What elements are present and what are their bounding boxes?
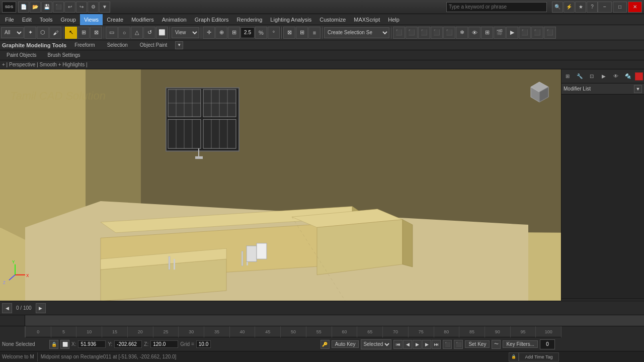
select-icon[interactable]: ⬜	[60, 340, 69, 349]
dropdown-icon[interactable]: ▼	[99, 2, 110, 13]
paint-select[interactable]: 🖌	[49, 27, 61, 39]
layer-btn[interactable]: ⬛	[393, 27, 405, 39]
menu-views[interactable]: Views	[80, 14, 103, 25]
numeric-field[interactable]: 2.5	[240, 27, 255, 38]
menu-graph-editors[interactable]: Graph Editors	[191, 14, 233, 25]
timeline-next-btn[interactable]: ▶	[36, 303, 46, 313]
deg-tool[interactable]: °	[268, 27, 280, 39]
quick-align[interactable]: ≡	[308, 27, 320, 39]
graphite-selection-tab[interactable]: Selection	[103, 41, 132, 50]
sub-brush-settings[interactable]: Brush Settings	[43, 51, 85, 59]
search-icon[interactable]: 🔍	[552, 2, 563, 13]
fence-select[interactable]: △	[131, 27, 143, 39]
rect-select[interactable]: ▭	[106, 27, 118, 39]
minimize-button[interactable]: −	[598, 2, 612, 13]
lock-icon[interactable]: 🔒	[49, 340, 58, 349]
hide-btn[interactable]: 👁	[468, 27, 480, 39]
autokey-button[interactable]: Auto Key	[332, 340, 359, 348]
selected-dropdown[interactable]: Selected	[361, 339, 391, 349]
maximize-button[interactable]: □	[613, 2, 627, 13]
timeline-prev-btn[interactable]: ◀	[2, 303, 12, 313]
mirror-tool[interactable]: ⊠	[283, 27, 295, 39]
frame-number[interactable]: 0	[540, 339, 555, 349]
modify-panel-icon[interactable]: 🔧	[575, 71, 585, 81]
time-config-btn[interactable]: ⬛	[454, 340, 463, 349]
curve-editor-btn[interactable]: 〜	[492, 340, 501, 349]
more-btn[interactable]: ⬛	[544, 27, 556, 39]
set-key-button[interactable]: Set Key	[465, 340, 490, 348]
freeze-btn[interactable]: ❄	[456, 27, 468, 39]
circle-select[interactable]: ○	[118, 27, 130, 39]
star-icon[interactable]: ★	[575, 2, 586, 13]
go-start-btn[interactable]: ⏮	[393, 340, 403, 349]
menu-lighting[interactable]: Lighting Analysis	[266, 14, 315, 25]
create-panel-icon[interactable]: ⊞	[562, 71, 573, 81]
cursor-tool[interactable]: ↖	[65, 27, 77, 39]
graphite-more-btn[interactable]: ▼	[175, 41, 183, 49]
filter-icon[interactable]: ⚡	[564, 2, 575, 13]
selection-filter-dropdown[interactable]: Create Selection Se	[324, 27, 389, 38]
render-setup[interactable]: 🎬	[494, 27, 506, 39]
menu-tools[interactable]: Tools	[36, 14, 57, 25]
undo-icon[interactable]: ↩	[64, 2, 75, 13]
go-end-btn[interactable]: ⏭	[432, 340, 441, 349]
view-dropdown[interactable]: View	[172, 27, 199, 38]
open-icon[interactable]: 📂	[30, 2, 41, 13]
next-frame-btn[interactable]: ▶	[422, 340, 431, 349]
scale-tool[interactable]: ⬜	[156, 27, 168, 39]
viewport-gizmo[interactable]	[523, 74, 553, 105]
menu-rendering[interactable]: Rendering	[233, 14, 267, 25]
info-lock-icon[interactable]: 🔒	[509, 352, 519, 361]
settings-icon[interactable]: ⚙	[88, 2, 99, 13]
redo-icon[interactable]: ↪	[76, 2, 87, 13]
sub-paint-objects[interactable]: Paint Objects	[2, 51, 41, 59]
menu-create[interactable]: Create	[103, 14, 127, 25]
save-as-icon[interactable]: ⬛	[53, 2, 64, 13]
motion-panel-icon[interactable]: ▶	[599, 71, 609, 81]
array-tool[interactable]: ⊞	[296, 27, 308, 39]
percent-tool[interactable]: %	[255, 27, 267, 39]
new-icon[interactable]: 📄	[18, 2, 29, 13]
menu-file[interactable]: File	[1, 14, 18, 25]
lasso-tool[interactable]: ⬡	[37, 27, 49, 39]
unlink-tool[interactable]: ⊠	[90, 27, 102, 39]
render-btn[interactable]: ▶	[506, 27, 518, 39]
rotate-tool[interactable]: ↺	[143, 27, 155, 39]
menu-help[interactable]: Help	[384, 14, 404, 25]
play-btn[interactable]: ▶	[413, 340, 422, 349]
modifier-dropdown-btn[interactable]: ▼	[634, 85, 642, 93]
menu-modifiers[interactable]: Modifiers	[127, 14, 158, 25]
menu-customize[interactable]: Customize	[315, 14, 350, 25]
search-input[interactable]	[446, 2, 547, 12]
key-filters-button[interactable]: Key Filters...	[503, 340, 538, 348]
viewport[interactable]: X Y Z Tamil CAD Solution	[0, 69, 561, 312]
hierarchy-panel-icon[interactable]: ⊡	[587, 71, 597, 81]
schematic-btn[interactable]: ⬛	[406, 27, 418, 39]
close-button[interactable]: ✕	[628, 2, 642, 13]
graphite-freeform-tab[interactable]: Freeform	[70, 41, 99, 50]
key-mode-btn[interactable]: ⬛	[443, 340, 452, 349]
all-btn[interactable]: ⊞	[481, 27, 493, 39]
key-icon[interactable]: 🔑	[320, 340, 330, 349]
prev-frame-btn[interactable]: ◀	[403, 340, 412, 349]
display-panel-icon[interactable]: 👁	[611, 71, 621, 81]
material-btn[interactable]: ⬛	[531, 27, 543, 39]
utilities-panel-icon[interactable]: 🔩	[623, 71, 633, 81]
link-tool[interactable]: ⊞	[77, 27, 90, 39]
menu-maxscript[interactable]: MAXScript	[350, 14, 384, 25]
move-tool[interactable]: ✛	[203, 27, 215, 39]
graphite-objectpaint-tab[interactable]: Object Paint	[136, 41, 171, 50]
activeview-btn[interactable]: ⬛	[519, 27, 531, 39]
help-icon[interactable]: ?	[587, 2, 598, 13]
isolate-btn[interactable]: ⬛	[443, 27, 455, 39]
menu-animation[interactable]: Animation	[158, 14, 191, 25]
save-icon[interactable]: 💾	[41, 2, 52, 13]
select-tool[interactable]: ✦	[24, 27, 36, 39]
add-time-tag-btn[interactable]: Add Time Tag	[519, 352, 559, 361]
snap-tool[interactable]: ⊕	[215, 27, 227, 39]
align-tool[interactable]: ⊞	[228, 27, 240, 39]
menu-group[interactable]: Group	[56, 14, 80, 25]
curve-btn[interactable]: ⬛	[418, 27, 430, 39]
selection-mode-dropdown[interactable]: All	[1, 27, 24, 38]
menu-edit[interactable]: Edit	[18, 14, 36, 25]
